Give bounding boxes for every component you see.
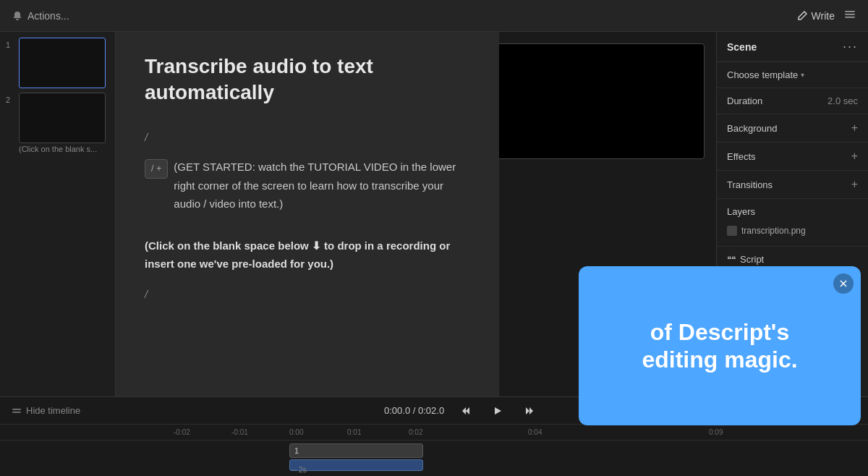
effects-row[interactable]: Effects +	[717, 143, 868, 171]
paragraph-2: (Click on the blank space below ⬇ to dro…	[145, 237, 470, 273]
top-bar-left: Actions...	[12, 10, 69, 22]
slide-item-2[interactable]: 2 (Click on the blank s...	[6, 93, 109, 153]
editor-area[interactable]: Transcribe audio to text automatically /…	[116, 32, 499, 396]
editor-title: Transcribe audio to text automatically	[145, 54, 470, 106]
choose-template-row[interactable]: Choose template ▾	[717, 62, 868, 88]
timeline-gutter	[0, 425, 174, 476]
editor-body[interactable]: / / + (GET STARTED: watch the TUTORIAL V…	[145, 128, 470, 304]
scene-panel-title: Scene	[727, 41, 757, 53]
time-display: 0:00.0 / 0:02.0	[384, 405, 444, 416]
slide-thumbnail-2[interactable]	[19, 93, 106, 143]
fast-forward-icon	[524, 406, 535, 416]
svg-rect-2	[845, 17, 855, 18]
slide-number-2: 2	[6, 95, 14, 104]
duration-value: 2.0 sec	[827, 95, 858, 106]
choose-template-label: Choose template ▾	[727, 69, 804, 80]
ruler-mark--0:02: -0:02	[174, 428, 190, 436]
time-total: 0:02.0	[418, 405, 444, 416]
ruler-mark--0:01: -0:01	[231, 428, 248, 436]
collapse-icon	[839, 279, 848, 288]
plus-icon-effects[interactable]: +	[851, 150, 858, 163]
duration-label: Duration	[727, 95, 762, 106]
write-button[interactable]: Write	[797, 10, 835, 22]
inline-block-row: / + (GET STARTED: watch the TUTORIAL VID…	[145, 158, 470, 225]
play-button[interactable]	[488, 401, 508, 421]
bell-icon	[12, 10, 23, 22]
script-label: Script	[740, 254, 764, 265]
pencil-icon	[797, 11, 807, 21]
slides-panel: 1 2 (Click on the blank s...	[0, 32, 116, 396]
slide-item-1[interactable]: 1	[6, 38, 109, 88]
transport-controls: 0:00.0 / 0:02.0	[384, 401, 540, 421]
effects-label: Effects	[727, 151, 756, 162]
layers-title: Layers	[727, 206, 858, 217]
slide-label-2: (Click on the blank s...	[19, 145, 106, 153]
top-bar: Actions... Write	[0, 0, 868, 32]
layer-item-label: transcription.png	[741, 226, 806, 236]
svg-rect-0	[845, 11, 855, 12]
actions-button[interactable]: Actions...	[12, 10, 69, 22]
inline-badge-plus: +	[156, 161, 161, 176]
write-label: Write	[812, 10, 835, 22]
layers-section: Layers transcription.png	[717, 199, 868, 247]
video-track-block[interactable]: 1	[289, 443, 423, 458]
plus-icon-transitions[interactable]: +	[851, 178, 858, 191]
paragraph-1: (GET STARTED: watch the TUTORIAL VIDEO i…	[174, 158, 470, 213]
preview-card-overlay: of Descript'sediting magic.	[579, 266, 861, 425]
ruler-mark-0:04: 0:04	[528, 428, 542, 436]
inline-badge[interactable]: / +	[145, 159, 168, 178]
layer-item-icon	[727, 226, 737, 236]
transitions-label: Transitions	[727, 179, 773, 190]
slide-number-1: 1	[6, 41, 14, 49]
track-label-1: 1	[294, 446, 299, 455]
ruler-gutter	[0, 425, 174, 441]
svg-rect-3	[12, 409, 21, 410]
svg-rect-4	[12, 412, 21, 413]
chevron-down-icon: ▾	[801, 71, 804, 79]
svg-rect-1	[845, 14, 855, 15]
track-dot-label: ··· 2s	[291, 466, 307, 474]
ruler-mark-0:01: 0:01	[347, 428, 361, 436]
rewind-button[interactable]	[456, 401, 476, 421]
transitions-row[interactable]: Transitions +	[717, 171, 868, 199]
tracks-gutter	[0, 441, 174, 475]
ruler: -0:02 -0:01 0:00 0:01 0:02 0:04 0:09	[174, 425, 868, 441]
timeline-body: -0:02 -0:01 0:00 0:01 0:02 0:04 0:09 1 ·…	[0, 425, 868, 476]
background-row[interactable]: Background +	[717, 114, 868, 143]
time-current: 0:00.0	[384, 405, 410, 416]
layer-item-1[interactable]: transcription.png	[727, 223, 858, 239]
top-bar-center: Write	[797, 8, 856, 24]
actions-label: Actions...	[27, 10, 69, 22]
audio-track-block[interactable]	[289, 459, 423, 471]
hide-timeline-label: Hide timeline	[26, 405, 80, 416]
preview-card-text: of Descript'sediting magic.	[627, 304, 812, 388]
ruler-mark-0:02: 0:02	[409, 428, 422, 436]
tracks-area: 1 ··· 2s	[174, 441, 868, 475]
slash-mark-2: /	[145, 285, 470, 304]
play-icon	[493, 406, 503, 416]
slash-mark-1: /	[145, 128, 470, 147]
ruler-mark-0:09: 0:09	[709, 428, 723, 436]
list-icon[interactable]	[843, 8, 856, 24]
slide-thumbnail-1[interactable]	[19, 38, 106, 88]
background-label: Background	[727, 123, 777, 134]
preview-video[interactable]	[491, 43, 705, 159]
collapse-button[interactable]	[833, 273, 854, 294]
scene-panel-menu-button[interactable]: ···	[843, 39, 858, 54]
duration-row[interactable]: Duration 2.0 sec	[717, 88, 868, 114]
script-quote-icon: ❝❝	[727, 255, 736, 265]
time-separator: /	[413, 405, 418, 416]
fast-forward-button[interactable]	[519, 401, 540, 421]
inline-badge-slash: /	[151, 161, 153, 176]
plus-icon-background[interactable]: +	[851, 122, 858, 135]
ruler-mark-0:00: 0:00	[289, 428, 303, 436]
hide-timeline-button[interactable]: Hide timeline	[12, 405, 80, 416]
ruler-tracks-container: -0:02 -0:01 0:00 0:01 0:02 0:04 0:09 1 ·…	[174, 425, 868, 476]
hide-icon	[12, 406, 22, 416]
scene-panel-header: Scene ···	[717, 32, 868, 62]
rewind-icon	[461, 406, 471, 416]
